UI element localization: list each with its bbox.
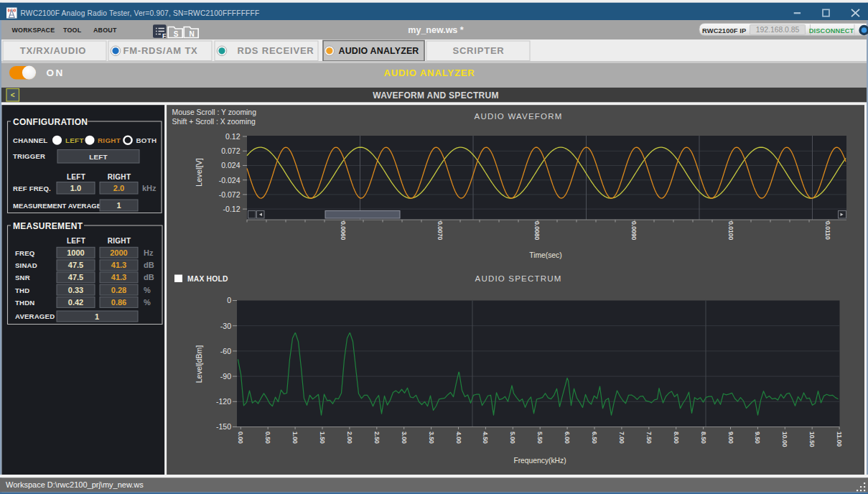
svg-text:192.168.0.85: 192.168.0.85: [756, 26, 800, 34]
svg-text:3.00: 3.00: [401, 432, 408, 444]
svg-text:0.00: 0.00: [237, 432, 244, 444]
svg-text:dB: dB: [144, 261, 154, 269]
svg-text:FM-RDS/AM TX: FM-RDS/AM TX: [123, 45, 197, 56]
svg-text:RWC2100F Analog Radio Tester,: RWC2100F Analog Radio Tester, Ver=0.907,…: [21, 9, 260, 17]
svg-text:1.00: 1.00: [291, 432, 299, 444]
svg-text:Level[V]: Level[V]: [195, 158, 203, 187]
svg-text:4.00: 4.00: [455, 432, 462, 444]
svg-text:2.0: 2.0: [113, 184, 124, 192]
svg-text:0.12: 0.12: [225, 132, 241, 141]
svg-text:ABOUT: ABOUT: [93, 27, 117, 34]
svg-text:Workspace D:\rwc2100_prj\my_n: Workspace D:\rwc2100_prj\my_new.ws: [6, 480, 144, 489]
svg-text:4.50: 4.50: [482, 432, 489, 444]
svg-text:-150: -150: [216, 422, 231, 431]
svg-text:MEASUREMENT AVERAGE: MEASUREMENT AVERAGE: [13, 202, 101, 210]
svg-text:47.5: 47.5: [68, 261, 83, 269]
svg-text:%: %: [144, 298, 151, 307]
svg-text:0: 0: [227, 296, 231, 304]
svg-text:TX/RX/AUDIO: TX/RX/AUDIO: [20, 45, 87, 56]
svg-text:0.0110: 0.0110: [824, 221, 831, 240]
svg-text:<: <: [11, 91, 15, 99]
svg-text:RWC2100F IP: RWC2100F IP: [702, 27, 746, 34]
svg-text:ON: ON: [47, 67, 65, 78]
svg-text:-0.072: -0.072: [219, 190, 241, 199]
svg-text:REF FREQ.: REF FREQ.: [13, 185, 51, 192]
svg-text:RDS RECEIVER: RDS RECEIVER: [237, 45, 314, 56]
svg-text:LEFT: LEFT: [89, 153, 108, 161]
svg-text:1.50: 1.50: [319, 432, 326, 444]
svg-text:F: F: [162, 32, 167, 39]
svg-text:1000: 1000: [67, 248, 84, 257]
svg-text:10.50: 10.50: [808, 432, 816, 447]
svg-text:THDN: THDN: [15, 299, 34, 307]
svg-text:0.28: 0.28: [111, 286, 126, 294]
svg-text:5.00: 5.00: [509, 432, 516, 444]
svg-text:CHANNEL: CHANNEL: [13, 136, 47, 144]
svg-text:-30: -30: [220, 322, 231, 330]
svg-text:SCRIPTER: SCRIPTER: [452, 45, 504, 56]
svg-text:8.00: 8.00: [673, 432, 680, 444]
svg-text:1: 1: [116, 201, 121, 210]
svg-text:AUDIO SPECTRUM: AUDIO SPECTRUM: [475, 274, 562, 283]
svg-text:0.86: 0.86: [111, 298, 126, 307]
svg-text:TOOL: TOOL: [63, 27, 82, 34]
svg-text:RIGHT: RIGHT: [98, 136, 121, 144]
svg-text:0.0100: 0.0100: [727, 221, 734, 241]
svg-text:Frequency(kHz): Frequency(kHz): [513, 457, 566, 465]
svg-text:Time(sec): Time(sec): [529, 251, 561, 259]
svg-text:0.0090: 0.0090: [630, 221, 638, 241]
svg-text:6.50: 6.50: [591, 432, 598, 444]
svg-text:8.50: 8.50: [700, 432, 707, 444]
svg-text:-60: -60: [220, 347, 231, 355]
svg-text:my_new.ws *: my_new.ws *: [408, 25, 463, 35]
svg-text:%: %: [144, 286, 151, 294]
svg-text:41.3: 41.3: [111, 273, 126, 281]
svg-text:2000: 2000: [110, 248, 127, 257]
svg-text:0.0080: 0.0080: [533, 221, 541, 241]
svg-text:2.00: 2.00: [346, 432, 353, 444]
svg-text:FREQ: FREQ: [15, 249, 35, 257]
svg-text:DISCONNECT: DISCONNECT: [809, 27, 854, 34]
svg-text:LEFT: LEFT: [67, 237, 85, 245]
svg-text:SNR: SNR: [15, 274, 30, 281]
svg-text:dB: dB: [144, 273, 154, 281]
svg-text:-120: -120: [216, 397, 231, 406]
svg-text:0.42: 0.42: [68, 298, 83, 307]
svg-text:0.50: 0.50: [264, 432, 271, 444]
svg-text:41.3: 41.3: [111, 261, 126, 269]
svg-text:RIGHT: RIGHT: [108, 237, 131, 245]
svg-text:1.0: 1.0: [70, 184, 81, 192]
svg-text:0.072: 0.072: [221, 146, 240, 155]
svg-text:RIGHT: RIGHT: [108, 173, 131, 181]
svg-text:0.024: 0.024: [221, 161, 240, 169]
svg-text:-90: -90: [220, 372, 231, 381]
svg-text:9.00: 9.00: [727, 432, 734, 444]
svg-text:CONFIGURATION: CONFIGURATION: [13, 117, 88, 127]
svg-text:SINAD: SINAD: [15, 261, 37, 269]
svg-text:7.00: 7.00: [618, 432, 625, 444]
svg-text:0.33: 0.33: [68, 286, 83, 294]
svg-text:WORKSPACE: WORKSPACE: [12, 27, 55, 34]
svg-text:7.50: 7.50: [645, 432, 653, 444]
svg-text:AUDIO WAVEFORM: AUDIO WAVEFORM: [475, 112, 563, 121]
svg-text:47.5: 47.5: [68, 273, 83, 281]
svg-text:S: S: [174, 30, 179, 38]
svg-text:N: N: [190, 30, 195, 38]
svg-text:0.0060: 0.0060: [340, 221, 347, 241]
svg-text:3.50: 3.50: [428, 432, 435, 444]
svg-text:9.50: 9.50: [754, 432, 761, 444]
svg-text:LEFT: LEFT: [67, 173, 85, 181]
svg-text:BOTH: BOTH: [136, 136, 157, 144]
svg-text:-0.024: -0.024: [219, 176, 241, 185]
svg-text:2.50: 2.50: [373, 432, 381, 444]
svg-text:LEFT: LEFT: [65, 136, 84, 144]
svg-text:Mouse Scroll : Y zooming: Mouse Scroll : Y zooming: [172, 108, 257, 116]
svg-text:THD: THD: [15, 286, 29, 294]
svg-text:Level[dBm]: Level[dBm]: [195, 345, 203, 383]
svg-text:MEASUREMENT: MEASUREMENT: [13, 221, 83, 231]
svg-text:AUDIO ANALYZER: AUDIO ANALYZER: [383, 67, 475, 78]
svg-text:6.00: 6.00: [564, 432, 571, 444]
svg-text:1: 1: [95, 312, 99, 321]
svg-text:kHz: kHz: [142, 184, 157, 192]
svg-text:-0.12: -0.12: [223, 205, 241, 213]
